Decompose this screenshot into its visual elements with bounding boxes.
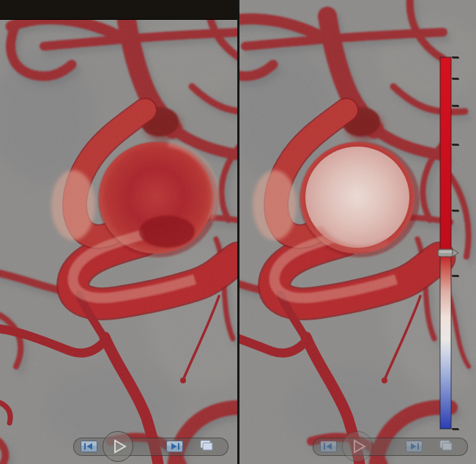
play-icon <box>115 441 125 452</box>
viewport-pre <box>0 0 237 464</box>
play-icon <box>354 441 365 452</box>
angulation-readout <box>244 452 248 463</box>
frame-rate-icon[interactable] <box>438 439 455 457</box>
angio-view-post[interactable] <box>239 0 476 464</box>
toolbar <box>0 0 237 20</box>
panel-divider <box>237 0 239 464</box>
angio-view-pre[interactable] <box>0 0 237 464</box>
step-forward-button[interactable] <box>166 441 183 452</box>
viewport-post <box>239 0 476 464</box>
step-back-button[interactable] <box>81 441 97 452</box>
toolbar-ghost <box>239 0 476 19</box>
rotation-readout <box>244 441 248 451</box>
angulation-readout <box>4 452 8 463</box>
rotation-readout <box>4 441 8 451</box>
play-button[interactable] <box>342 431 373 462</box>
play-button[interactable] <box>103 431 133 462</box>
frame-rate-icon[interactable] <box>198 439 216 457</box>
field-of-view-readout <box>4 419 12 427</box>
flow-analysis-app <box>0 0 476 464</box>
field-of-view-readout <box>244 419 251 427</box>
step-forward-button[interactable] <box>406 441 423 452</box>
step-back-button[interactable] <box>320 441 337 452</box>
